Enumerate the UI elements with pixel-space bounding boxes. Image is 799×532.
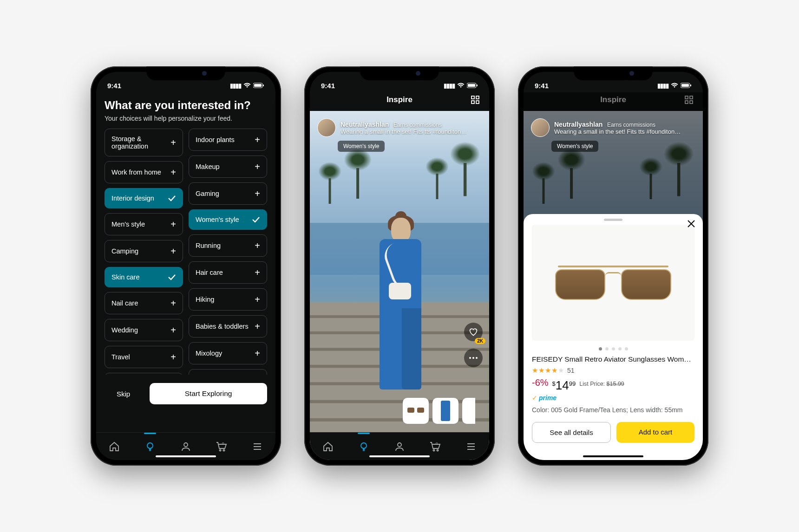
chip-label: Travel <box>111 353 130 361</box>
start-exploring-button[interactable]: Start Exploring <box>150 383 267 404</box>
more-button[interactable] <box>464 349 483 367</box>
prime-badge: ✓ prime <box>532 394 694 402</box>
interest-chip[interactable]: Travel+ <box>105 346 183 368</box>
see-details-button[interactable]: See all details <box>532 422 611 443</box>
screen-interests: 9:41 ▮▮▮▮ What are you interested in? Yo… <box>96 72 275 460</box>
product-title[interactable]: FEISEDY Small Retro Aviator Sunglasses W… <box>532 355 694 363</box>
signal-icon: ▮▮▮▮ <box>230 82 241 89</box>
home-indicator <box>583 455 643 457</box>
chip-label: Wedding <box>111 326 138 334</box>
interest-chip[interactable]: Gaming+ <box>189 182 267 205</box>
notch <box>146 66 225 80</box>
interest-chip[interactable]: Wedding+ <box>105 319 183 341</box>
svg-point-6 <box>223 449 225 451</box>
svg-point-16 <box>472 357 474 359</box>
grid-view-icon[interactable] <box>471 95 480 104</box>
svg-point-19 <box>398 443 401 447</box>
product-thumb-sunglasses[interactable] <box>403 398 429 424</box>
interest-chip[interactable]: Hair care+ <box>189 261 267 284</box>
nav-home-icon[interactable] <box>108 441 120 453</box>
product-thumb-outfit[interactable] <box>432 398 458 424</box>
svg-point-20 <box>433 449 435 451</box>
interest-chip[interactable]: Nail care+ <box>105 292 183 314</box>
interest-chip[interactable]: Babies & toddlers+ <box>189 315 267 337</box>
review-count: 51 <box>567 367 575 374</box>
poster-earns-label: Earns commissions <box>607 122 655 128</box>
inspire-title: Inspire <box>386 95 413 104</box>
chip-label: Babies & toddlers <box>196 323 249 330</box>
nav-cart-icon[interactable]: 0 <box>216 441 228 453</box>
interests-chips: Storage & organization+Work from home+In… <box>105 129 267 375</box>
svg-point-18 <box>361 443 367 448</box>
status-time: 9:41 <box>535 82 549 90</box>
interest-chip[interactable]: Interior design <box>105 188 183 208</box>
interest-chip[interactable]: Indoor plants+ <box>189 129 267 151</box>
nav-home-icon[interactable] <box>322 441 334 453</box>
interest-chip[interactable]: Makeup+ <box>189 156 267 178</box>
nav-inspire-icon[interactable] <box>144 441 156 453</box>
poster-text: Neutrallyashlan Earns commissions Wearin… <box>341 121 467 135</box>
svg-rect-13 <box>472 101 474 104</box>
svg-rect-12 <box>476 96 479 99</box>
nav-profile-icon[interactable] <box>393 441 406 453</box>
interest-chip[interactable]: Women's style <box>189 209 267 230</box>
interest-chip[interactable]: Camping+ <box>105 240 183 262</box>
product-sheet: FEISEDY Small Retro Aviator Sunglasses W… <box>524 214 703 460</box>
nav-inspire-icon[interactable] <box>358 441 370 453</box>
svg-text:0: 0 <box>436 441 438 446</box>
image-pager-dots[interactable] <box>532 347 694 350</box>
interest-chip[interactable]: Work from home+ <box>105 161 183 183</box>
screen-product: 9:41 ▮▮▮▮ Inspire <box>524 72 703 460</box>
screen-feed: 9:41 ▮▮▮▮ Inspire <box>310 72 489 460</box>
poster-info[interactable]: Neutrallyashlan Earns commissions Wearin… <box>317 118 467 137</box>
price-row: -6% $ 14 99 List Price: $15.99 <box>532 377 694 391</box>
svg-rect-24 <box>681 84 689 87</box>
status-time: 9:41 <box>321 82 335 90</box>
sheet-handle[interactable] <box>604 219 622 221</box>
rating-row[interactable]: ★★★★★ 51 <box>532 366 694 375</box>
like-button[interactable]: 2K <box>464 323 483 341</box>
interest-chip[interactable]: Pets+ <box>105 373 183 375</box>
plus-icon: + <box>255 189 260 198</box>
chip-label: Hiking <box>196 296 214 303</box>
skip-button[interactable]: Skip <box>105 383 142 404</box>
poster-text: Neutrallyashlan Earns commissions Wearin… <box>554 121 681 135</box>
interest-chip[interactable]: Coffee making+ <box>189 369 267 375</box>
product-image[interactable] <box>532 225 694 341</box>
plus-icon: + <box>255 349 260 358</box>
feed-content[interactable]: Inspire <box>310 92 489 460</box>
poster-name: Neutrallyashlan <box>554 121 603 128</box>
phone-feed: 9:41 ▮▮▮▮ Inspire <box>304 66 495 466</box>
poster-earns-label: Earns commissions <box>393 122 442 128</box>
interest-chip[interactable]: Skin care <box>105 267 183 287</box>
prime-check-icon: ✓ <box>532 394 537 402</box>
nav-profile-icon[interactable] <box>180 441 192 453</box>
plus-icon: + <box>170 352 176 362</box>
check-icon <box>168 195 176 201</box>
nav-menu-icon[interactable] <box>465 441 477 453</box>
interest-chip[interactable]: Mixology+ <box>189 342 267 364</box>
phone-product: 9:41 ▮▮▮▮ Inspire <box>518 66 708 466</box>
close-icon[interactable] <box>687 220 695 228</box>
poster-info: Neutrallyashlan Earns commissions Wearin… <box>531 118 681 137</box>
interest-chip[interactable]: Storage & organization+ <box>105 129 183 156</box>
chip-label: Running <box>196 242 221 249</box>
battery-icon <box>253 83 264 88</box>
poster-avatar[interactable] <box>317 118 336 137</box>
category-tag[interactable]: Women's style <box>338 141 385 152</box>
nav-menu-icon[interactable] <box>251 441 263 453</box>
check-icon <box>252 216 260 223</box>
chip-label: Makeup <box>196 163 220 170</box>
inspire-header: Inspire <box>310 92 489 109</box>
battery-icon <box>681 83 692 88</box>
svg-point-17 <box>476 357 478 359</box>
price: $ 14 99 <box>552 379 576 391</box>
interest-chip[interactable]: Hiking+ <box>189 288 267 311</box>
interest-chip[interactable]: Men's style+ <box>105 213 183 235</box>
interest-chip[interactable]: Running+ <box>189 234 267 257</box>
product-thumb-more[interactable] <box>462 398 475 424</box>
battery-icon <box>467 83 478 88</box>
add-to-cart-button[interactable]: Add to cart <box>616 422 694 443</box>
prime-label: prime <box>539 394 557 402</box>
nav-cart-icon[interactable]: 0 <box>429 441 441 453</box>
